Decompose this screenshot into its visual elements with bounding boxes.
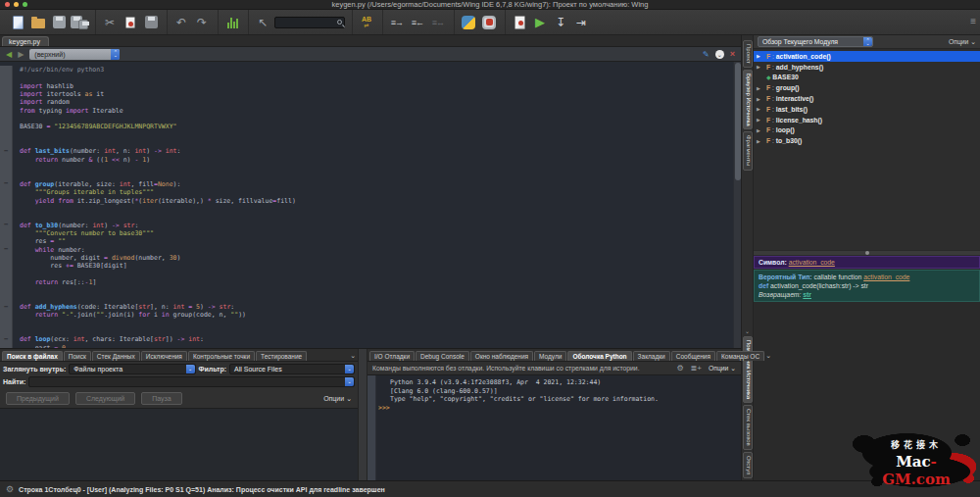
code-line[interactable]	[0, 131, 733, 139]
tab-debug-console[interactable]: Debug Console	[416, 351, 469, 361]
search-options-button[interactable]: Опции ⌄	[323, 395, 352, 403]
shell-settings-icon[interactable]: ⚙	[676, 364, 683, 373]
symbol-row[interactable]: ◆ BASE30	[754, 73, 980, 83]
code-line[interactable]: res += BASE30[digit]	[0, 262, 733, 270]
new-file-button[interactable]	[9, 14, 26, 31]
toggle-breakpoint-button[interactable]	[480, 14, 498, 31]
side-tab-помощник-источника[interactable]: Помощник Источника	[743, 336, 753, 403]
shell-evaluate-icon[interactable]: ≣+	[691, 364, 702, 373]
browser-options-button[interactable]: Опции ⌄	[949, 38, 976, 46]
close-editor-icon[interactable]: ×	[730, 49, 735, 59]
python-shell[interactable]: Python 3.9.4 (v3.9.4:1f2e3088f3, Apr 4 2…	[368, 374, 741, 480]
filter-select[interactable]: All Source Files ⌄	[229, 364, 355, 374]
code-line[interactable]: return "-".join("".join(i) for i in grou…	[0, 311, 733, 319]
bottom-panel-divider[interactable]	[359, 349, 368, 480]
side-tab-отступ[interactable]: Отступ	[743, 452, 753, 478]
tab-команды-ос[interactable]: Команды ОС	[716, 351, 764, 361]
code-line[interactable]: − while number:	[0, 246, 733, 254]
code-line[interactable]: BASE30 = "123456789ABCDEFGHJKLMNPQRTVWXY…	[0, 123, 733, 130]
code-line[interactable]: yield from it.zip_longest(*(iter(iterabl…	[0, 197, 733, 205]
symbol-row[interactable]: ▶F : add_hyphens()	[754, 62, 980, 73]
code-line[interactable]	[0, 271, 733, 278]
indent-left-button[interactable]: ≡←	[409, 14, 426, 31]
tab-окно-наблюдения[interactable]: Окно наблюдения	[470, 351, 533, 361]
nav-back-icon[interactable]: ◀	[6, 50, 12, 59]
indent-match-button[interactable]: ≡↔	[429, 14, 447, 31]
tab-i-o-отладки[interactable]: I/O Отладки	[369, 351, 415, 361]
select-pointer-button[interactable]: ↖	[254, 14, 271, 31]
code-line[interactable]: −def group(iterable, size: int, fill=Non…	[0, 180, 733, 188]
side-tab-проект[interactable]: Проект	[743, 40, 753, 68]
editor-scrollbar[interactable]	[733, 62, 741, 348]
code-line[interactable]: return number & ((1 << n) - 1)	[0, 156, 733, 164]
code-line[interactable]: number, digit = divmod(number, 30)	[0, 254, 733, 262]
python-environment-button[interactable]	[460, 14, 477, 31]
type-link[interactable]: activation_code	[863, 273, 909, 280]
paste-button[interactable]	[142, 14, 160, 31]
search-in-files-button[interactable]	[223, 14, 241, 31]
symbol-row[interactable]: ▶F : interactive()	[754, 93, 980, 104]
toolbar-overflow-icon[interactable]: ≡	[970, 16, 976, 26]
code-editor[interactable]: #!/usr/bin/env python3 import hashlibimp…	[0, 62, 741, 348]
step-into-button[interactable]: ⇥	[572, 14, 590, 31]
code-line[interactable]	[0, 115, 733, 123]
symbol-link[interactable]: activation_code	[789, 259, 835, 266]
code-line[interactable]	[0, 286, 733, 294]
side-tab-фрагменты[interactable]: Фрагменты	[743, 131, 753, 170]
code-line[interactable]: −def loop(ecx: int, chars: Iterable[str]…	[0, 335, 733, 343]
copy-button[interactable]	[122, 14, 139, 31]
open-file-button[interactable]	[29, 14, 47, 31]
fold-marker-icon[interactable]: −	[4, 247, 8, 252]
tab-исключения[interactable]: Исключения	[141, 351, 187, 361]
fold-marker-icon[interactable]: −	[4, 149, 8, 154]
panel-collapse-icon[interactable]: ⌄	[350, 352, 356, 360]
look-in-select[interactable]: Файлы проекта ⌄	[69, 364, 195, 374]
shell-options-button[interactable]: Опции ⌄	[709, 365, 736, 373]
redo-button[interactable]: ↷	[193, 14, 211, 31]
nav-forward-icon[interactable]: ▶	[18, 50, 24, 59]
tab-поиск-в-файлах[interactable]: Поиск в файлах	[2, 351, 63, 361]
code-line[interactable]: #!/usr/bin/env python3	[0, 66, 733, 74]
replace-button[interactable]: AB⇄	[358, 14, 375, 31]
edit-mode-icon[interactable]: ✎	[703, 50, 710, 59]
code-line[interactable]	[0, 320, 733, 327]
save-all-button[interactable]	[71, 14, 88, 31]
code-line[interactable]	[0, 139, 733, 147]
editor-menu-chevron-icon[interactable]: ⌄	[715, 50, 724, 59]
returns-link[interactable]: str	[803, 291, 811, 298]
search-results-area[interactable]	[0, 408, 358, 480]
debug-file-button[interactable]	[511, 14, 528, 31]
code-line[interactable]	[0, 327, 733, 335]
symbol-row[interactable]: ▶F : last_bits()	[754, 104, 980, 115]
code-line[interactable]	[0, 205, 733, 213]
undo-button[interactable]: ↶	[172, 14, 190, 31]
code-line[interactable]: import itertools as it	[0, 90, 733, 98]
symbol-row[interactable]: ▶F : to_b30()	[754, 135, 980, 146]
code-line[interactable]: −def to_b30(number: int) -> str:	[0, 222, 733, 229]
tab-модули[interactable]: Модули	[534, 351, 566, 361]
tab-контрольные-точки[interactable]: Контрольные точки	[188, 351, 255, 361]
code-line[interactable]: import hashlib	[0, 82, 733, 90]
run-button[interactable]: ▶	[531, 14, 549, 31]
debug-to-cursor-button[interactable]: ↧	[552, 14, 569, 31]
side-tab-браузер-источника[interactable]: Браузер Источника	[743, 70, 753, 130]
scope-selector[interactable]: (верхний) ⌃⌄	[29, 49, 120, 60]
code-line[interactable]	[0, 213, 733, 221]
fold-marker-icon[interactable]: −	[4, 223, 8, 227]
code-line[interactable]	[0, 172, 733, 179]
code-line[interactable]	[0, 295, 733, 303]
side-tab-стек-вызовов[interactable]: Стек вызовов	[743, 405, 753, 450]
symbol-row[interactable]: ▶F : loop()	[754, 125, 980, 136]
code-line[interactable]: return res[::-1]	[0, 278, 733, 286]
find-input[interactable]: ⌄	[28, 376, 355, 387]
symbol-row[interactable]: ▶F : license_hash()	[754, 115, 980, 125]
toolbar-search-input[interactable]	[274, 17, 345, 28]
code-line[interactable]: res = ""	[0, 237, 733, 245]
code-line[interactable]	[0, 74, 733, 81]
status-gear-icon[interactable]: ⚙	[6, 484, 14, 494]
tab-тестирование[interactable]: Тестирование	[256, 351, 307, 361]
save-button[interactable]	[50, 14, 68, 31]
browser-scope-select[interactable]: Обзор Текущего Модуля ⌃⌄	[758, 36, 873, 47]
code-line[interactable]	[0, 164, 733, 172]
tab-стек-данных[interactable]: Стек Данных	[92, 351, 140, 361]
